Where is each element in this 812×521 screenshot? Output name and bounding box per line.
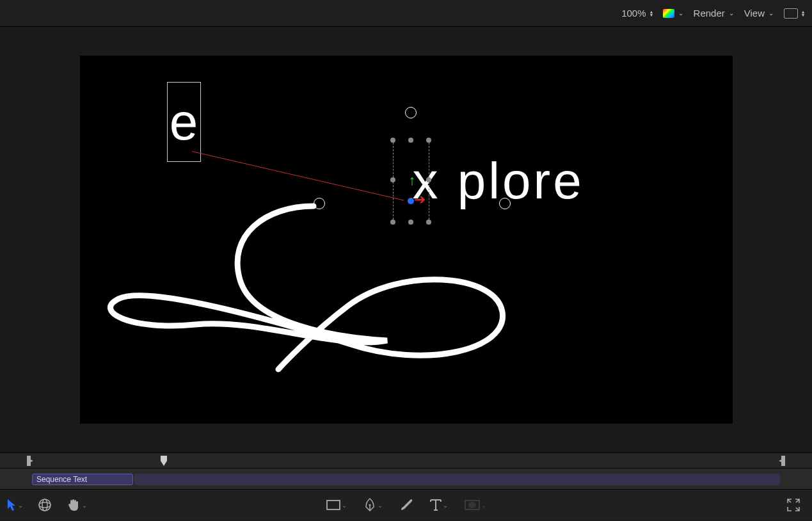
bbox-handle-tc[interactable]: [408, 138, 413, 143]
text-xplore[interactable]: x plore: [413, 152, 584, 211]
paint-stroke-tool[interactable]: [399, 498, 413, 512]
zoom-level-value: 100%: [621, 8, 646, 19]
chevron-down-icon: ⌄: [342, 502, 347, 509]
shape-tool[interactable]: ⌄: [326, 500, 347, 510]
canvas-toolbar-bottom: ⌄ ⌄ ⌄ ⌄ ⌄ ⌄: [0, 489, 812, 520]
pen-tool[interactable]: ⌄: [363, 498, 383, 512]
bbox-handle-bl[interactable]: [390, 220, 395, 225]
in-point-marker[interactable]: [27, 456, 33, 469]
channel-box-icon: [784, 8, 798, 19]
view-menu[interactable]: View ⌄: [744, 8, 774, 19]
render-label: Render: [694, 8, 725, 19]
svg-point-1: [39, 502, 51, 508]
playhead-marker[interactable]: [160, 456, 168, 470]
mini-timeline[interactable]: Sequence Text: [0, 469, 812, 489]
glyph-selection-e[interactable]: e: [167, 82, 201, 162]
canvas-toolbar-top: 100% ▴▾ ⌄ Render ⌄ View ⌄ ▴▾: [0, 0, 812, 27]
canvas[interactable]: e x plore ↑ ➔: [80, 56, 733, 424]
bbox-edge-left: [393, 143, 394, 220]
timeline-track-bg: [134, 474, 780, 485]
render-menu[interactable]: Render ⌄: [694, 8, 734, 19]
chevron-down-icon: ⌄: [768, 10, 774, 17]
behavior-bar-label: Sequence Text: [36, 475, 87, 484]
gizmo-x-axis-arrow[interactable]: ➔: [414, 191, 426, 208]
svg-point-6: [468, 502, 476, 508]
chevron-down-icon: ⌄: [18, 502, 23, 509]
bbox-handle-tl[interactable]: [390, 138, 395, 143]
mini-timeline-ruler[interactable]: [0, 453, 812, 469]
chevron-down-icon: ⌄: [443, 502, 448, 509]
chevron-down-icon: ⌄: [378, 502, 383, 509]
svg-rect-3: [327, 501, 340, 509]
chevron-down-icon: ⌄: [729, 10, 734, 17]
channel-display-stepper[interactable]: ▴▾: [784, 8, 804, 19]
out-point-marker[interactable]: [779, 456, 785, 469]
chevron-down-icon: ⌄: [481, 502, 486, 509]
mask-tool[interactable]: ⌄: [465, 500, 486, 510]
chevron-down-icon: ⌄: [82, 502, 87, 509]
svg-point-4: [369, 504, 370, 506]
text-tool[interactable]: ⌄: [430, 499, 448, 511]
select-tool[interactable]: ⌄: [6, 499, 23, 511]
zoom-level-stepper[interactable]: 100% ▴▾: [621, 8, 652, 19]
view-label: View: [744, 8, 765, 19]
path-node-marker[interactable]: [314, 198, 325, 209]
fullscreen-button[interactable]: [786, 498, 800, 512]
transform-3d-tool[interactable]: [37, 497, 52, 513]
toolbar-bottom-right: [786, 498, 800, 512]
svg-point-0: [39, 499, 51, 511]
canvas-viewport[interactable]: e x plore ↑ ➔: [0, 27, 812, 453]
bbox-handle-bc[interactable]: [408, 220, 413, 225]
gizmo-y-axis-arrow[interactable]: ↑: [409, 172, 416, 189]
color-channels-menu[interactable]: ⌄: [663, 9, 683, 18]
stepper-arrows-icon: ▴▾: [802, 10, 804, 17]
motion-path-line[interactable]: [191, 151, 404, 200]
gizmo-anchor-point[interactable]: [408, 198, 414, 204]
pan-tool[interactable]: ⌄: [67, 498, 87, 512]
bbox-handle-tr[interactable]: [426, 138, 431, 143]
glyph-e-text: e: [170, 97, 198, 148]
chevron-down-icon: ⌄: [678, 10, 683, 17]
behavior-bar-sequence-text[interactable]: Sequence Text: [32, 474, 133, 485]
bbox-edge-right: [429, 143, 429, 220]
color-swatch-icon: [663, 9, 674, 18]
path-node-marker[interactable]: [499, 198, 511, 209]
bbox-handle-br[interactable]: [426, 220, 431, 225]
tool-group-center: ⌄ ⌄ ⌄ ⌄: [326, 498, 486, 512]
stepper-arrows-icon: ▴▾: [650, 10, 653, 17]
svg-point-2: [42, 499, 47, 511]
path-node-marker[interactable]: [405, 107, 417, 118]
